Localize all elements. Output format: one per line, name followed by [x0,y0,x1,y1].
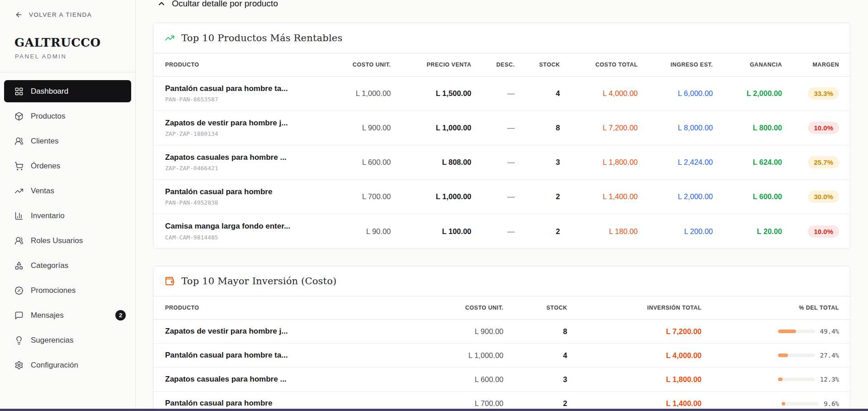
pct-cell: 12.3% [702,376,839,383]
sidebar-item-label: Mensajes [31,311,64,320]
sidebar-item-sugerencias[interactable]: Sugerencias [4,329,131,351]
cost-total-value: L 7,200.00 [560,124,638,132]
shapes-icon [14,261,24,270]
sidebar-item-roles-usuarios[interactable]: Roles Usuarios [4,229,131,252]
sidebar-nav: Dashboard Productos Clientes Órdenes Ven… [0,80,135,376]
cost-unit-value: L 600.00 [323,158,391,167]
pct-progress-fill [778,378,783,381]
sidebar-item-promociones[interactable]: Promociones [4,279,131,301]
product-cell: Zapatos de vestir para hombre j... ZAP-Z… [165,119,323,137]
price-value: L 808.00 [391,158,471,167]
pct-label: 49.4% [820,328,839,335]
shopping-cart-icon [14,162,24,171]
sidebar-item-label: Promociones [31,286,76,295]
cost-unit-value: L 700.00 [323,192,391,201]
investment-table-card: Top 10 Mayor Inversión (Costo) PRODUCTO … [153,266,850,411]
sidebar-item-mensajes[interactable]: Mensajes 2 [4,304,131,326]
sidebar-item-inventario[interactable]: Inventario [4,205,131,227]
product-cell: Camisa manga larga fondo enter... CAM-CA… [165,222,323,240]
product-sku: PAN-PAN-8653587 [165,96,323,103]
product-cell: Zapatos casuales para hombre ... ZAP-ZAP… [165,153,323,172]
cost-unit-value: L 1,000.00 [369,351,503,360]
price-value: L 100.00 [391,227,471,236]
sidebar-item-label: Sugerencias [31,336,74,345]
badge-percent-icon [14,286,24,295]
col-costo-unit: COSTO UNIT. [323,62,391,68]
cost-unit-value: L 700.00 [369,399,503,408]
stock-value: 4 [515,89,560,98]
sidebar-item-label: Configuración [31,361,78,370]
pct-label: 27.4% [820,352,839,359]
pct-cell: 49.4% [702,328,839,335]
margin-badge: 33.3% [808,87,839,100]
profit-value: L 20.00 [713,227,782,236]
product-sku: PAN-PAN-4952838 [165,199,323,206]
cost-total-value: L 1,400.00 [560,192,638,201]
users-icon [14,236,24,245]
cost-unit-value: L 600.00 [369,375,503,384]
pct-cell: 9.6% [702,400,839,407]
trending-up-icon [14,186,24,196]
sidebar-item-dashboard[interactable]: Dashboard [4,80,131,102]
col-producto: PRODUCTO [165,62,323,68]
margin-cell: 33.3% [782,87,839,100]
product-name: Pantalón casual para hombre [165,187,323,196]
discount-value: — [471,227,515,236]
col-costo-total: COSTO TOTAL [560,62,638,68]
sidebar-item-clientes[interactable]: Clientes [4,130,131,152]
table-row: Zapatos casuales para hombre ... ZAP-ZAP… [153,145,850,180]
cost-unit-value: L 900.00 [323,124,391,132]
product-cell: Pantalón casual para hombre PAN-PAN-4952… [165,187,323,206]
brand-subtitle: PANEL ADMIN [15,53,135,60]
margin-cell: 10.0% [782,122,839,134]
sidebar-item-configuracion[interactable]: Configuración [4,354,131,376]
product-sku: CAM-CAM-9814485 [165,234,323,241]
income-est-value: L 2,424.00 [638,158,713,167]
investment-card-title: Top 10 Mayor Inversión (Costo) [181,276,337,287]
product-name: Zapatos de vestir para hombre j... [165,327,369,336]
pct-progress-bar [778,330,815,333]
product-name: Pantalón casual para hombre ta... [165,351,369,360]
discount-value: — [471,89,515,98]
profit-card-header: Top 10 Productos Más Rentables [153,23,850,53]
income-est-value: L 2,000.00 [638,192,713,201]
margin-badge: 10.0% [808,225,839,238]
income-est-value: L 200.00 [638,227,713,236]
sidebar-item-ordenes[interactable]: Órdenes [4,155,131,177]
layout-grid-icon [14,87,24,96]
price-value: L 1,000.00 [391,192,471,201]
cost-unit-value: L 1,000.00 [323,89,391,98]
margin-badge: 25.7% [808,156,839,168]
pct-progress-fill [782,402,785,406]
main-content: Ocultar detalle por producto Top 10 Prod… [136,0,868,411]
margin-badge: 30.0% [808,191,839,203]
product-name: Pantalón casual para hombre [165,399,369,408]
table-row: Pantalón casual para hombre PAN-PAN-4952… [153,180,850,214]
table-row: Zapatos de vestir para hombre j... L 900… [153,320,850,344]
hide-detail-toggle[interactable]: Ocultar detalle por producto [157,0,868,9]
users-icon [14,137,24,146]
pct-progress-bar [778,378,815,381]
pct-progress-bar [778,354,815,357]
discount-value: — [471,158,515,167]
investment-table-header: PRODUCTO COSTO UNIT. STOCK INVERSIÓN TOT… [153,296,850,320]
hide-detail-label: Ocultar detalle por producto [172,0,278,9]
stock-value: 2 [503,399,567,408]
table-row: Pantalón casual para hombre ta... PAN-PA… [153,76,850,111]
back-to-store-link[interactable]: VOLVER A TIENDA [15,11,135,19]
pct-progress-fill [778,354,788,357]
back-link-label: VOLVER A TIENDA [29,11,92,18]
stock-value: 3 [503,375,567,384]
chevron-up-icon [157,0,166,8]
col-desc: DESC. [471,62,515,68]
cost-unit-value: L 90.00 [323,227,391,236]
sidebar-item-productos[interactable]: Productos [4,105,131,127]
pct-label: 9.6% [824,400,839,407]
profit-table-header: PRODUCTO COSTO UNIT. PRECIO VENTA DESC. … [153,53,850,76]
cost-unit-value: L 900.00 [369,327,503,336]
col-stock: STOCK [515,62,560,68]
package-icon [14,112,24,121]
sidebar-item-ventas[interactable]: Ventas [4,180,131,202]
sidebar-item-label: Roles Usuarios [31,236,83,245]
sidebar-item-categorias[interactable]: Categorías [4,254,131,277]
